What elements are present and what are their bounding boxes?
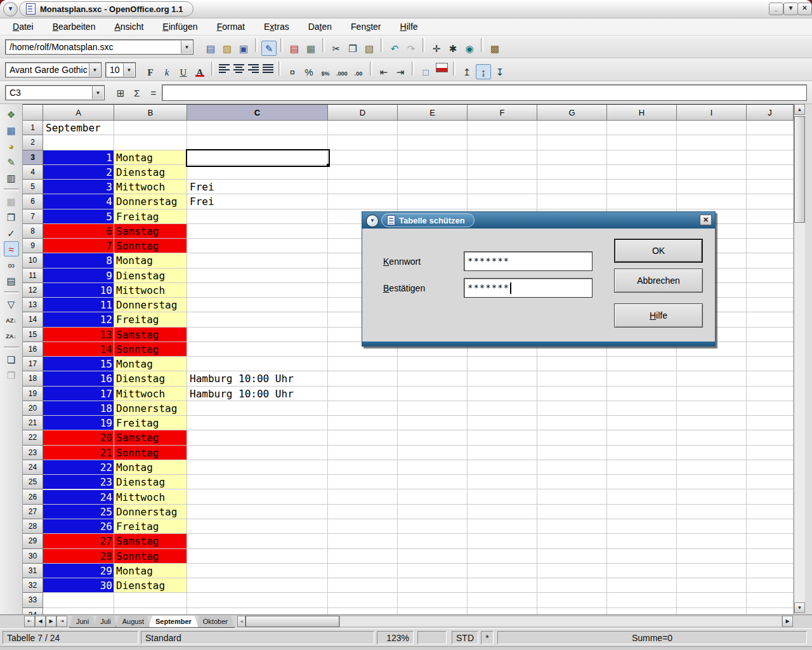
cell-J10[interactable] bbox=[747, 253, 794, 268]
cell-G31[interactable] bbox=[537, 564, 607, 578]
cell-C12[interactable] bbox=[187, 283, 328, 298]
cell-G26[interactable] bbox=[537, 490, 607, 505]
cell-J15[interactable] bbox=[747, 328, 794, 342]
cell-G27[interactable] bbox=[537, 505, 607, 519]
close-button[interactable]: ✕ bbox=[797, 3, 812, 15]
cell-J22[interactable] bbox=[747, 430, 794, 445]
cell-G24[interactable] bbox=[537, 460, 607, 475]
horizontal-scrollbar-trough[interactable] bbox=[339, 616, 782, 627]
cell-E19[interactable] bbox=[398, 387, 468, 401]
number-standard-icon[interactable]: $% bbox=[318, 65, 333, 81]
print-icon[interactable]: ▦ bbox=[303, 41, 318, 56]
password-field-1[interactable]: ******* bbox=[464, 251, 593, 271]
cell-E22[interactable] bbox=[398, 430, 468, 445]
cell-I17[interactable] bbox=[677, 357, 747, 371]
cell-F17[interactable] bbox=[468, 357, 537, 371]
cell-G2[interactable] bbox=[537, 135, 607, 150]
align-center-vertical-icon[interactable]: ↨ bbox=[476, 64, 491, 79]
number-percent-icon[interactable]: % bbox=[301, 64, 317, 79]
cell-A2[interactable] bbox=[43, 135, 114, 150]
cell-F32[interactable] bbox=[468, 578, 537, 593]
cell-A30[interactable]: 28 bbox=[43, 549, 114, 564]
cell-D4[interactable] bbox=[328, 165, 398, 180]
cell-C11[interactable] bbox=[187, 269, 328, 283]
underline-icon[interactable]: U bbox=[176, 64, 191, 79]
cell-G22[interactable] bbox=[537, 430, 607, 445]
cell-A19[interactable]: 17 bbox=[43, 387, 114, 401]
cell-A27[interactable]: 25 bbox=[43, 505, 114, 519]
cell-F22[interactable] bbox=[468, 430, 537, 445]
row-header-6[interactable]: 6 bbox=[23, 194, 43, 209]
cell-C28[interactable] bbox=[187, 519, 328, 534]
row-header-28[interactable]: 28 bbox=[23, 519, 43, 534]
auto-spellcheck-icon[interactable]: ≈ bbox=[4, 241, 19, 256]
cell-J3[interactable] bbox=[747, 150, 794, 165]
column-header-B[interactable]: B bbox=[114, 105, 187, 121]
cell-J5[interactable] bbox=[747, 180, 794, 194]
column-header-H[interactable]: H bbox=[607, 105, 677, 121]
open-folder-icon[interactable]: ▨ bbox=[219, 41, 235, 56]
cell-A26[interactable]: 24 bbox=[43, 490, 114, 505]
delete-decimal-icon[interactable]: .00 bbox=[351, 65, 366, 81]
cell-E18[interactable] bbox=[398, 371, 468, 386]
row-header-30[interactable]: 30 bbox=[23, 549, 43, 564]
cell-H17[interactable] bbox=[607, 357, 677, 371]
menu-ansicht[interactable]: Ansicht bbox=[108, 20, 150, 34]
cell-H22[interactable] bbox=[607, 430, 677, 445]
vertical-scrollbar[interactable]: ▲ ▼ bbox=[794, 104, 806, 614]
cell-B22[interactable]: Samstag bbox=[114, 430, 187, 445]
cell-G32[interactable] bbox=[537, 578, 607, 593]
cell-D27[interactable] bbox=[328, 505, 398, 519]
redo-icon[interactable]: ↷ bbox=[403, 41, 419, 56]
cell-G4[interactable] bbox=[537, 165, 607, 180]
cell-F31[interactable] bbox=[468, 564, 537, 578]
window-menu-button[interactable]: ▼ bbox=[3, 2, 18, 17]
cell-C5[interactable]: Frei bbox=[187, 180, 328, 194]
spellcheck-icon[interactable]: ✓ bbox=[4, 225, 19, 241]
cell-I31[interactable] bbox=[677, 564, 747, 578]
cell-J6[interactable] bbox=[747, 194, 794, 209]
cell-I6[interactable] bbox=[677, 194, 747, 209]
cell-J25[interactable] bbox=[747, 475, 794, 489]
cell-J26[interactable] bbox=[747, 490, 794, 505]
menu-daten[interactable]: Daten bbox=[302, 20, 338, 34]
cell-D19[interactable] bbox=[328, 387, 398, 401]
cell-F23[interactable] bbox=[468, 446, 537, 460]
cell-E31[interactable] bbox=[398, 564, 468, 578]
menu-datei[interactable]: Datei bbox=[6, 20, 40, 34]
cell-I21[interactable] bbox=[677, 416, 747, 430]
font-name-dropdown-icon[interactable]: ▼ bbox=[89, 63, 100, 76]
cell-I30[interactable] bbox=[677, 549, 747, 564]
cell-C25[interactable] bbox=[187, 475, 328, 489]
cell-E27[interactable] bbox=[398, 505, 468, 519]
cell-C33[interactable] bbox=[187, 593, 328, 607]
cell-E28[interactable] bbox=[398, 519, 468, 534]
column-header-I[interactable]: I bbox=[677, 105, 747, 121]
cell-J16[interactable] bbox=[747, 342, 794, 357]
edit-file-icon[interactable]: ✎ bbox=[261, 41, 277, 56]
cell-A22[interactable]: 20 bbox=[43, 430, 114, 445]
cell-B32[interactable]: Dienstag bbox=[114, 578, 187, 593]
undo-icon[interactable]: ↶ bbox=[387, 41, 402, 56]
cell-A12[interactable]: 10 bbox=[43, 283, 114, 298]
row-header-22[interactable]: 22 bbox=[23, 430, 43, 445]
row-header-7[interactable]: 7 bbox=[23, 209, 43, 224]
cell-B16[interactable]: Sonntag bbox=[114, 342, 187, 357]
cell-F20[interactable] bbox=[468, 401, 537, 416]
cell-J2[interactable] bbox=[747, 135, 794, 150]
row-header-8[interactable]: 8 bbox=[23, 224, 43, 239]
cell-reference-box[interactable]: C3 ▼ bbox=[5, 85, 105, 100]
dialog-window-menu-button[interactable]: ▼ bbox=[366, 215, 379, 227]
cell-J20[interactable] bbox=[747, 401, 794, 416]
cell-I26[interactable] bbox=[677, 490, 747, 505]
cell-E26[interactable] bbox=[398, 490, 468, 505]
cell-B26[interactable]: Mittwoch bbox=[114, 490, 187, 505]
draw-functions-icon[interactable]: ✎ bbox=[4, 154, 19, 169]
cell-A3[interactable]: 1 bbox=[43, 150, 114, 165]
cell-F27[interactable] bbox=[468, 505, 537, 519]
italic-icon[interactable]: k bbox=[159, 64, 174, 79]
row-header-1[interactable]: 1 bbox=[23, 121, 43, 135]
cell-B6[interactable]: Donnerstag bbox=[114, 194, 187, 209]
row-header-5[interactable]: 5 bbox=[23, 180, 43, 194]
cell-G5[interactable] bbox=[537, 180, 607, 194]
